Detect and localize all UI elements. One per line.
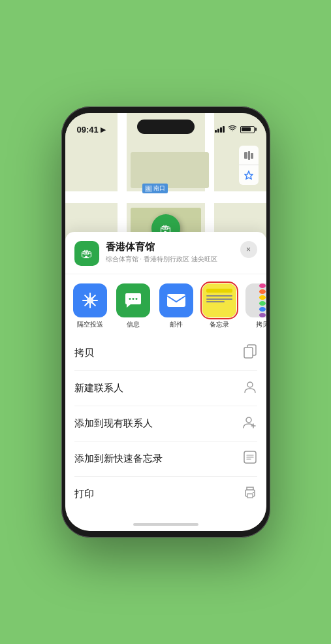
messages-icon — [116, 283, 150, 317]
map-exit-name: 南口 — [153, 184, 165, 193]
action-add-note[interactable]: 添加到新快速备忘录 — [74, 442, 257, 477]
svg-rect-14 — [247, 494, 253, 498]
svg-point-10 — [247, 382, 253, 387]
share-item-messages[interactable]: 信息 — [115, 283, 151, 329]
print-icon — [243, 485, 257, 503]
share-item-more[interactable]: 拷贝 — [244, 283, 266, 329]
map-block — [131, 152, 209, 188]
venue-description: 综合体育馆 · 香港特别行政区 油尖旺区 — [106, 255, 234, 264]
notes-label: 备忘录 — [210, 320, 229, 329]
venue-info: 香港体育馆 综合体育馆 · 香港特别行政区 油尖旺区 — [106, 241, 234, 264]
share-item-mail[interactable]: 邮件 — [158, 283, 195, 329]
close-button[interactable]: × — [240, 241, 257, 258]
airdrop-icon — [73, 283, 107, 317]
svg-point-4 — [129, 298, 131, 300]
signal-bars — [215, 126, 225, 133]
svg-rect-7 — [167, 294, 185, 307]
print-label: 打印 — [74, 488, 94, 500]
notes-icon-content — [202, 283, 236, 317]
svg-rect-2 — [251, 153, 253, 159]
notes-line-3 — [206, 301, 225, 302]
action-list: 拷贝 新建联系人 — [65, 336, 266, 511]
map-controls — [239, 146, 259, 185]
close-icon: × — [246, 245, 251, 254]
status-time: 09:41 ▶ — [77, 125, 106, 135]
dot-orange — [259, 289, 266, 294]
notes-icon — [202, 283, 236, 317]
more-label: 拷贝 — [256, 320, 266, 329]
map-exit-label: 出 南口 — [142, 184, 168, 193]
svg-point-15 — [253, 492, 254, 493]
venue-name: 香港体育馆 — [106, 241, 234, 253]
time-display: 09:41 — [77, 125, 99, 135]
copy-icon — [243, 344, 257, 362]
wifi-icon — [228, 125, 237, 133]
copy-label: 拷贝 — [74, 347, 94, 359]
map-type-button[interactable] — [239, 146, 259, 165]
svg-point-5 — [132, 298, 134, 300]
share-item-airdrop[interactable]: 隔空投送 — [72, 283, 108, 329]
venue-icon: 🏟 — [74, 241, 99, 266]
notes-top-bar — [206, 289, 232, 293]
share-row: 隔空投送 信息 — [65, 274, 266, 336]
venue-header: 🏟 香港体育馆 综合体育馆 · 香港特别行政区 油尖旺区 × — [65, 241, 266, 274]
svg-point-11 — [246, 417, 251, 423]
phone-screen: 09:41 ▶ — [65, 113, 266, 531]
battery-fill — [242, 127, 251, 131]
add-note-icon — [243, 450, 257, 468]
dot-blue — [259, 307, 266, 312]
add-existing-label: 添加到现有联系人 — [74, 417, 153, 430]
action-copy[interactable]: 拷贝 — [74, 336, 257, 371]
mail-icon — [159, 283, 193, 317]
dot-yellow — [259, 295, 266, 300]
new-contact-icon — [243, 379, 257, 397]
status-icons — [215, 125, 255, 133]
notes-line-1 — [206, 295, 232, 297]
svg-rect-0 — [244, 152, 247, 159]
svg-point-6 — [135, 298, 137, 300]
add-note-label: 添加到新快速备忘录 — [74, 453, 163, 465]
location-button[interactable] — [239, 165, 259, 185]
airdrop-label: 隔空投送 — [77, 320, 103, 329]
bottom-sheet: 🏟 香港体育馆 综合体育馆 · 香港特别行政区 油尖旺区 × — [65, 232, 266, 531]
share-item-notes[interactable]: 备忘录 — [201, 283, 238, 329]
dot-pink — [259, 283, 266, 288]
action-print[interactable]: 打印 — [74, 477, 257, 511]
location-icon: ▶ — [101, 126, 106, 133]
messages-label: 信息 — [127, 320, 140, 329]
svg-rect-9 — [244, 347, 253, 358]
mail-label: 邮件 — [170, 320, 183, 329]
dynamic-island — [137, 120, 195, 134]
signal-bar-1 — [215, 130, 217, 133]
signal-bar-2 — [217, 129, 219, 133]
home-indicator — [133, 523, 198, 526]
battery-icon — [240, 126, 255, 133]
new-contact-label: 新建联系人 — [74, 382, 123, 394]
svg-rect-1 — [248, 151, 250, 160]
action-new-contact[interactable]: 新建联系人 — [74, 371, 257, 406]
add-existing-icon — [243, 415, 257, 432]
signal-bar-3 — [220, 127, 222, 133]
action-add-existing[interactable]: 添加到现有联系人 — [74, 406, 257, 442]
phone-frame: 09:41 ▶ — [61, 106, 270, 538]
dot-purple — [259, 313, 266, 317]
signal-bar-4 — [223, 126, 225, 133]
notes-line-2 — [206, 298, 232, 300]
more-icon — [245, 283, 266, 317]
map-exit-tag: 出 — [145, 185, 152, 192]
dot-green — [259, 301, 266, 306]
